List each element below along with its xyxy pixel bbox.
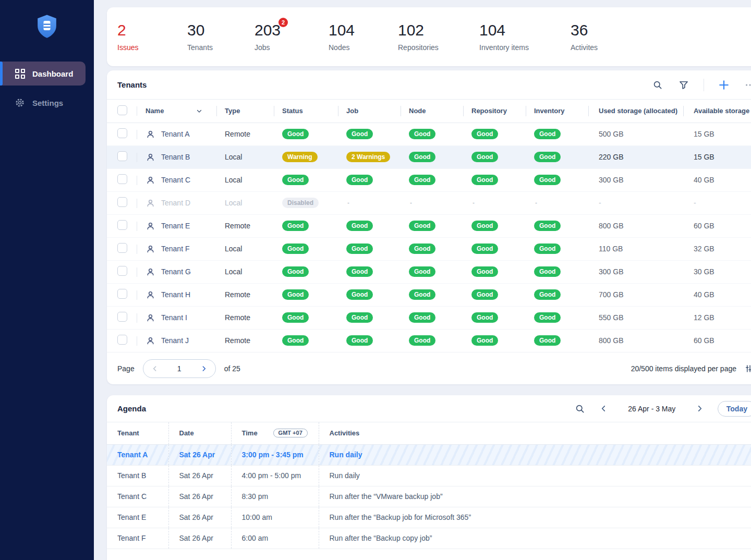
agenda-column-tenant: Tenant [107,422,168,444]
agenda-date: Sat 26 Apr [168,444,231,465]
more-options-icon[interactable] [744,79,751,91]
agenda-row[interactable]: Tenant C Sat 26 Apr 8:30 pm Run after th… [107,486,751,507]
repository-badge: Good [471,221,498,231]
sidebar-item-settings[interactable]: Settings [0,91,94,115]
column-header-inventory[interactable]: Inventory [526,100,588,123]
agenda-tenant: Tenant A [107,444,168,465]
tenant-row[interactable]: Tenant A Remote Good Good Good Good Good… [107,123,751,145]
tenant-name: Tenant H [161,290,190,299]
tenant-row[interactable]: Tenant I Remote Good Good Good Good Good… [107,306,751,329]
today-button[interactable]: Today [718,401,751,417]
chevron-down-icon[interactable] [196,107,203,115]
column-header-job[interactable]: Job [338,100,401,123]
person-icon [146,175,155,185]
repository-badge: Good [471,266,498,277]
total-pages-label: of 25 [224,364,240,373]
node-badge: Good [409,129,435,139]
available-storage-value: 12 GB [683,306,751,329]
status-badge: Good [282,266,309,277]
tenant-name: Tenant A [161,130,190,138]
items-per-page-settings-icon[interactable] [744,362,751,375]
app-root: Dashboard Settings 2 Issues 30 [0,0,751,560]
agenda-date: Sat 26 Apr [168,465,231,486]
stat-nodes[interactable]: 104 Nodes [329,21,355,52]
row-checkbox[interactable] [117,151,127,161]
tenant-row[interactable]: Tenant H Remote Good Good Good Good Good… [107,283,751,306]
row-checkbox[interactable] [117,197,127,207]
tenant-type: Remote [216,214,274,237]
sidebar-item-label: Dashboard [32,69,73,78]
select-all-checkbox[interactable] [117,105,127,115]
row-checkbox[interactable] [117,312,127,322]
agenda-row[interactable]: Tenant E Sat 26 Apr 10:00 am Run after t… [107,507,751,528]
tenant-type: Local [216,145,274,168]
tenant-row[interactable]: Tenant J Remote Good Good Good Good Good… [107,329,751,352]
column-header-node[interactable]: Node [401,100,463,123]
repository-badge: - [471,198,476,208]
current-page-number[interactable]: 1 [177,364,181,373]
tenant-name: Tenant E [161,222,190,230]
row-checkbox[interactable] [117,128,127,138]
column-header-used-storage[interactable]: Used storage (allocated) [588,100,683,123]
timezone-badge: GMT +07 [273,429,308,437]
node-badge: Good [409,221,435,231]
agenda-row[interactable]: Tenant B Sat 26 Apr 4:00 pm - 5:00 pm Ru… [107,465,751,486]
row-checkbox[interactable] [117,289,127,299]
tenant-row[interactable]: Tenant C Local Good Good Good Good Good … [107,168,751,191]
row-checkbox[interactable] [117,335,127,345]
stat-jobs[interactable]: 2032 Jobs [255,21,281,52]
job-badge: Good [346,266,373,277]
table-header-row: Name Type Status Job Node Repository Inv… [107,100,751,123]
node-badge: Good [409,289,435,300]
add-tenant-icon[interactable] [718,79,730,91]
filter-icon[interactable] [677,79,690,91]
row-checkbox[interactable] [117,220,127,230]
row-checkbox[interactable] [117,266,127,276]
tenant-row[interactable]: Tenant F Local Good Good Good Good Good … [107,237,751,260]
repository-badge: Good [471,129,498,139]
agenda-time: 8:30 pm [231,486,319,507]
column-header-name[interactable]: Name [137,100,216,123]
column-header-type[interactable]: Type [216,100,274,123]
app-logo [0,0,94,40]
items-per-page-label: 20/500 items displayed per page [631,364,736,373]
stat-tenants[interactable]: 30 Tenants [187,21,213,52]
tenant-row[interactable]: Tenant B Local Warning 2 Warnings Good G… [107,145,751,168]
next-page-icon[interactable] [200,364,208,373]
tenant-row[interactable]: Tenant D Local Disabled - - - - - - [107,191,751,214]
used-storage-value: 800 GB [588,329,683,352]
prev-page-icon[interactable] [151,364,159,373]
tenant-row[interactable]: Tenant G Local Good Good Good Good Good … [107,260,751,283]
page-selector[interactable]: 1 [143,359,216,378]
agenda-row[interactable]: Tenant A Sat 26 Apr 3:00 pm - 3:45 pm Ru… [107,444,751,465]
agenda-tenant: Tenant C [107,486,168,507]
column-header-available-storage[interactable]: Available storage [683,100,751,123]
used-storage-value: 700 GB [588,283,683,306]
next-week-icon[interactable] [694,403,706,415]
node-badge: Good [409,335,435,346]
job-badge: Good [346,129,373,139]
job-badge: Good [346,244,373,254]
stat-inventory-items[interactable]: 104 Inventory items [479,21,529,52]
stat-repositories[interactable]: 102 Repositories [398,21,439,52]
status-badge: Good [282,335,309,346]
agenda-row[interactable]: Tenant F Sat 26 Apr 6:00 am Run after th… [107,528,751,549]
prev-week-icon[interactable] [598,403,610,415]
inventory-badge: Good [534,335,561,346]
tenant-row[interactable]: Tenant E Remote Good Good Good Good Good… [107,214,751,237]
job-badge: 2 Warnings [346,152,390,162]
search-icon[interactable] [651,79,664,91]
available-storage-value: 40 GB [683,283,751,306]
tenant-type: Local [216,237,274,260]
row-checkbox[interactable] [117,174,127,184]
stat-activities[interactable]: 36 Activites [571,21,598,52]
stat-issues[interactable]: 2 Issues [117,21,138,52]
agenda-search-icon[interactable] [574,403,586,415]
column-header-status[interactable]: Status [274,100,338,123]
sidebar-item-dashboard[interactable]: Dashboard [0,62,86,86]
column-header-repository[interactable]: Repository [463,100,526,123]
row-checkbox[interactable] [117,243,127,253]
agenda-date: Sat 26 Apr [168,528,231,549]
agenda-date: Sat 26 Apr [168,486,231,507]
tenant-type: Remote [216,283,274,306]
